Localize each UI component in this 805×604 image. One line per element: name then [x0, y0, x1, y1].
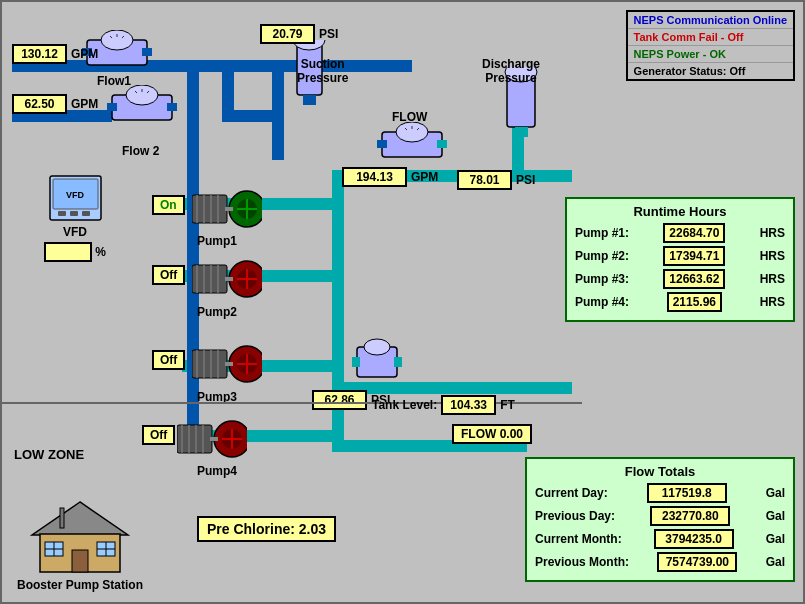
totals-current-month-unit: Gal	[766, 532, 785, 546]
svg-rect-22	[437, 140, 447, 148]
flow-pump3-meter	[352, 337, 402, 390]
pre-chlorine-box: Pre Chlorine: 2.03	[197, 516, 336, 542]
pump4-off-badge: Off	[142, 425, 175, 445]
tank-level-unit: FT	[500, 398, 515, 412]
runtime-pump3-unit: HRS	[760, 272, 785, 286]
flow2-gpm-unit: GPM	[71, 97, 98, 111]
svg-rect-18	[515, 127, 528, 137]
totals-current-day-label: Current Day:	[535, 486, 608, 500]
neps-power-status: NEPS Power - OK	[628, 46, 793, 63]
totals-prev-day-unit: Gal	[766, 509, 785, 523]
vfd-pct-unit: %	[95, 245, 106, 259]
suction-value-group: 20.79 PSI	[260, 24, 338, 44]
runtime-pump1-label: Pump #1:	[575, 226, 629, 240]
discharge-label: DischargePressure	[482, 57, 540, 86]
svg-rect-75	[70, 211, 78, 216]
tank-level-group: Tank Level: 104.33 FT	[372, 395, 515, 415]
suction-psi-unit: PSI	[319, 27, 338, 41]
totals-current-month-row: Current Month: 3794235.0 Gal	[535, 529, 785, 549]
pre-chlorine-label: Pre Chlorine: 2.03	[207, 521, 326, 537]
svg-rect-53	[225, 362, 233, 366]
runtime-pump2-value: 17394.71	[663, 246, 725, 266]
neps-comm-status: NEPS Communication Online	[628, 12, 793, 29]
pump1-label: Pump1	[197, 234, 237, 248]
flow2-gpm-value: 62.50	[12, 94, 67, 114]
totals-prev-day-label: Previous Day:	[535, 509, 615, 523]
main-container: NEPS Communication Online Tank Comm Fail…	[0, 0, 805, 604]
discharge-psi-group: 78.01 PSI	[457, 170, 535, 190]
pump4-flow-value: FLOW 0.00	[452, 424, 532, 444]
svg-rect-79	[72, 550, 88, 572]
pump1-icon	[192, 187, 262, 235]
totals-panel: Flow Totals Current Day: 117519.8 Gal Pr…	[525, 457, 795, 582]
svg-marker-77	[32, 502, 128, 535]
flow1-gpm-value: 130.12	[12, 44, 67, 64]
pump4-flow-group: FLOW 0.00	[452, 424, 532, 444]
totals-current-day-value: 117519.8	[647, 483, 727, 503]
runtime-pump3-row: Pump #3: 12663.62 HRS	[575, 269, 785, 289]
pump3-icon	[192, 342, 262, 390]
flow1-label: Flow1	[97, 74, 131, 88]
svg-point-23	[396, 122, 428, 142]
flow2-meter	[107, 85, 177, 133]
svg-rect-33	[225, 207, 233, 211]
suction-label: SuctionPressure	[297, 57, 348, 86]
pipe-v2	[222, 60, 234, 122]
flow-main-gpm-value: 194.13	[342, 167, 407, 187]
vfd-box: VFD VFD %	[44, 174, 106, 262]
totals-prev-day-row: Previous Day: 232770.80 Gal	[535, 506, 785, 526]
pump4-label: Pump4	[197, 464, 237, 478]
svg-rect-15	[303, 95, 316, 105]
runtime-pump1-unit: HRS	[760, 226, 785, 240]
pump1-on-badge: On	[152, 195, 185, 215]
svg-rect-29	[394, 357, 402, 367]
runtime-pump3-value: 12663.62	[663, 269, 725, 289]
booster-station-label: Booster Pump Station	[17, 578, 143, 592]
flow-main-gpm-group: 194.13 GPM	[342, 167, 438, 187]
vfd-label: VFD	[44, 225, 106, 239]
generator-status: Generator Status: Off	[628, 63, 793, 79]
totals-prev-day-value: 232770.80	[650, 506, 730, 526]
svg-rect-63	[210, 437, 218, 441]
svg-rect-74	[58, 211, 66, 216]
runtime-pump1-row: Pump #1: 22684.70 HRS	[575, 223, 785, 243]
flow-main-gpm-unit: GPM	[411, 170, 438, 184]
pump3-status-badge: Off	[152, 350, 185, 370]
totals-prev-month-unit: Gal	[766, 555, 785, 569]
runtime-pump3-label: Pump #3:	[575, 272, 629, 286]
svg-rect-76	[82, 211, 90, 216]
runtime-pump4-row: Pump #4: 2115.96 HRS	[575, 292, 785, 312]
runtime-pump2-row: Pump #2: 17394.71 HRS	[575, 246, 785, 266]
svg-rect-86	[60, 508, 64, 528]
runtime-pump2-label: Pump #2:	[575, 249, 629, 263]
flow-main-meter	[377, 122, 447, 170]
tank-level-label: Tank Level:	[372, 398, 437, 412]
runtime-pump4-unit: HRS	[760, 295, 785, 309]
svg-point-30	[364, 339, 390, 355]
svg-rect-43	[225, 277, 233, 281]
tank-comm-status: Tank Comm Fail - Off	[628, 29, 793, 46]
pump4-status-badge: Off	[142, 425, 175, 445]
pump2-label: Pump2	[197, 305, 237, 319]
svg-point-10	[126, 85, 158, 105]
totals-prev-month-value: 7574739.00	[657, 552, 737, 572]
runtime-pump4-value: 2115.96	[667, 292, 722, 312]
suction-psi-value: 20.79	[260, 24, 315, 44]
svg-text:VFD: VFD	[66, 190, 85, 200]
totals-prev-month-label: Previous Month:	[535, 555, 629, 569]
svg-rect-8	[107, 103, 117, 111]
low-zone-label: LOW ZONE	[14, 447, 84, 462]
discharge-psi-unit: PSI	[516, 173, 535, 187]
pump2-icon	[192, 257, 262, 305]
runtime-pump4-label: Pump #4:	[575, 295, 629, 309]
totals-current-day-unit: Gal	[766, 486, 785, 500]
totals-title: Flow Totals	[535, 464, 785, 479]
vfd-pct-value	[44, 242, 92, 262]
pump3-off-badge: Off	[152, 350, 185, 370]
totals-current-month-label: Current Month:	[535, 532, 622, 546]
totals-current-month-value: 3794235.0	[654, 529, 734, 549]
flow1-value-group: 130.12 GPM	[12, 44, 98, 64]
runtime-title: Runtime Hours	[575, 204, 785, 219]
totals-prev-month-row: Previous Month: 7574739.00 Gal	[535, 552, 785, 572]
totals-current-day-row: Current Day: 117519.8 Gal	[535, 483, 785, 503]
